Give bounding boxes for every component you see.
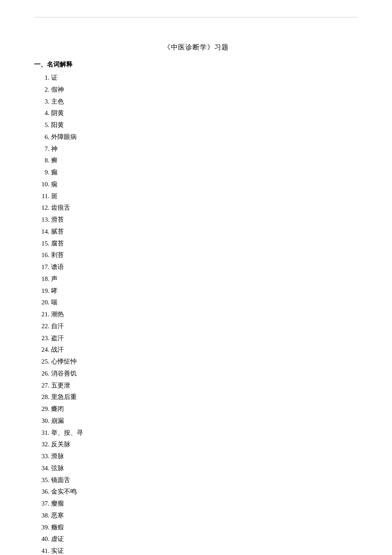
item-text: 战汗: [51, 344, 358, 356]
item-text: 崩漏: [51, 415, 358, 427]
item-number: 18.: [34, 273, 49, 285]
item-number: 4.: [34, 107, 49, 119]
item-text: 实证: [51, 545, 358, 555]
item-text: 外障眼病: [51, 131, 358, 143]
section-heading: 一、名词解释: [34, 61, 358, 69]
list-item: 40.虚证: [34, 533, 358, 545]
list-item: 2.假神: [34, 84, 358, 96]
list-item: 28.里急后重: [34, 391, 358, 403]
item-number: 28.: [34, 391, 49, 403]
list-item: 38.恶寒: [34, 510, 358, 522]
item-number: 34.: [34, 462, 49, 474]
item-text: 声: [51, 273, 358, 285]
item-number: 11.: [34, 191, 49, 202]
item-text: 齿痕舌: [51, 202, 358, 214]
item-text: 瘿瘤: [51, 498, 358, 510]
list-item: 11.斑: [34, 191, 358, 202]
item-text: 神: [51, 143, 358, 155]
item-text: 喘: [51, 297, 358, 309]
list-item: 3.主色: [34, 96, 358, 108]
item-number: 5.: [34, 119, 49, 131]
item-text: 五更泄: [51, 380, 358, 392]
item-number: 33.: [34, 451, 49, 462]
top-border: [34, 17, 358, 17]
item-number: 16.: [34, 249, 49, 261]
item-text: 举、按、寻: [51, 427, 358, 439]
item-number: 29.: [34, 403, 49, 415]
list-item: 21.潮热: [34, 309, 358, 321]
item-text: 恶寒: [51, 510, 358, 522]
item-number: 20.: [34, 297, 49, 309]
item-number: 7.: [34, 143, 49, 155]
list-item: 37.瘿瘤: [34, 498, 358, 510]
item-text: 癃闭: [51, 403, 358, 415]
item-number: 27.: [34, 380, 49, 392]
list-item: 1.证: [34, 72, 358, 84]
item-number: 26.: [34, 368, 49, 380]
item-text: 剥苔: [51, 249, 358, 261]
list-item: 24.战汗: [34, 344, 358, 356]
list-item: 18.声: [34, 273, 358, 285]
item-text: 弦脉: [51, 462, 358, 474]
item-text: 癥瘕: [51, 522, 358, 534]
item-number: 15.: [34, 238, 49, 250]
list-item: 16.剥苔: [34, 249, 358, 261]
item-text: 滑苔: [51, 214, 358, 226]
list-item: 17.谵语: [34, 261, 358, 273]
item-text: 自汗: [51, 321, 358, 332]
list-item: 5.阳黄: [34, 119, 358, 131]
item-text: 假神: [51, 84, 358, 96]
item-text: 痫: [51, 179, 358, 191]
list-item: 20.喘: [34, 297, 358, 309]
list-item: 26.消谷善饥: [34, 368, 358, 380]
item-number: 6.: [34, 131, 49, 143]
item-number: 30.: [34, 415, 49, 427]
item-text: 斑: [51, 191, 358, 202]
item-number: 37.: [34, 498, 49, 510]
item-number: 13.: [34, 214, 49, 226]
items-list: 1.证2.假神3.主色4.阴黄5.阳黄6.外障眼病7.神8.癣9.癫10.痫11…: [34, 72, 358, 555]
item-text: 腻苔: [51, 226, 358, 238]
item-number: 40.: [34, 533, 49, 545]
list-item: 19.哮: [34, 285, 358, 297]
list-item: 6.外障眼病: [34, 131, 358, 143]
item-number: 1.: [34, 72, 49, 84]
list-item: 22.自汗: [34, 321, 358, 332]
list-item: 29.癃闭: [34, 403, 358, 415]
item-number: 38.: [34, 510, 49, 522]
item-number: 3.: [34, 96, 49, 108]
list-item: 25.心悸怔忡: [34, 356, 358, 368]
list-item: 39.癥瘕: [34, 522, 358, 534]
item-number: 19.: [34, 285, 49, 297]
item-number: 31.: [34, 427, 49, 439]
item-number: 35.: [34, 474, 49, 486]
list-item: 7.神: [34, 143, 358, 155]
list-item: 8.癣: [34, 155, 358, 167]
item-number: 17.: [34, 261, 49, 273]
item-text: 证: [51, 72, 358, 84]
item-text: 金实不鸣: [51, 486, 358, 498]
list-item: 36.金实不鸣: [34, 486, 358, 498]
item-number: 8.: [34, 155, 49, 167]
item-text: 癫: [51, 167, 358, 179]
list-item: 14.腻苔: [34, 226, 358, 238]
list-item: 41.实证: [34, 545, 358, 555]
page-title: 《中医诊断学》习题: [34, 43, 358, 52]
list-item: 12.齿痕舌: [34, 202, 358, 214]
list-item: 33.滑脉: [34, 451, 358, 462]
list-item: 10.痫: [34, 179, 358, 191]
item-number: 24.: [34, 344, 49, 356]
item-text: 阳黄: [51, 119, 358, 131]
list-item: 35.镜面舌: [34, 474, 358, 486]
list-item: 27.五更泄: [34, 380, 358, 392]
item-text: 谵语: [51, 261, 358, 273]
list-item: 13.滑苔: [34, 214, 358, 226]
list-item: 23.盗汗: [34, 332, 358, 344]
item-number: 10.: [34, 179, 49, 191]
item-text: 盗汗: [51, 332, 358, 344]
item-number: 12.: [34, 202, 49, 214]
item-number: 32.: [34, 439, 49, 451]
item-text: 反关脉: [51, 439, 358, 451]
item-text: 镜面舌: [51, 474, 358, 486]
item-number: 25.: [34, 356, 49, 368]
